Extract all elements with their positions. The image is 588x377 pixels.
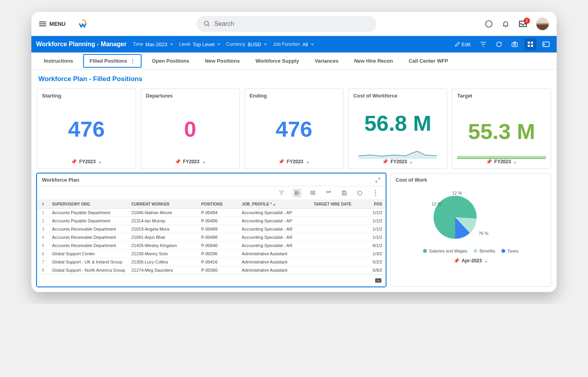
tab-new-positions[interactable]: New Positions <box>197 53 248 69</box>
table-row[interactable]: 8Global Support - North America Group212… <box>37 266 385 274</box>
camera-icon[interactable] <box>509 38 521 50</box>
expand-icon[interactable] <box>375 177 381 183</box>
redo-icon[interactable] <box>356 189 364 197</box>
funnel-icon[interactable] <box>277 189 286 197</box>
avatar[interactable] <box>536 18 549 30</box>
kpi-footer[interactable]: 📌FY2023⌄ <box>42 159 131 164</box>
legend-item[interactable]: Salaries and Wages <box>423 249 467 253</box>
table-row[interactable]: 2Accounts Payable Department21314-Ian Mu… <box>37 217 385 225</box>
grid-view-icon[interactable] <box>524 38 536 50</box>
tab-filled-positions[interactable]: Filled Positions⋮ <box>83 54 142 68</box>
col-header[interactable]: POS <box>355 200 385 209</box>
col-header[interactable]: CURRENT WORKER <box>128 200 198 209</box>
kpi-footer[interactable]: 📌FY2023⌄ <box>250 159 339 164</box>
save-icon[interactable] <box>340 189 348 197</box>
inbox-icon[interactable]: 1 <box>518 20 528 28</box>
kpi-title: Starting <box>42 93 131 99</box>
search-placeholder: Search <box>214 20 234 27</box>
clear-icon[interactable] <box>324 189 333 197</box>
legend-item[interactable]: Benefits <box>474 249 495 253</box>
tab-workforce-supply[interactable]: Workforce Supply <box>248 53 307 69</box>
column-icon[interactable] <box>293 189 301 197</box>
col-header[interactable]: POSITIONS <box>198 200 239 209</box>
tab-bar: InstructionsFilled Positions⋮Open Positi… <box>31 52 557 70</box>
kpi-card-starting: Starting476📌FY2023⌄ <box>37 88 136 169</box>
search-input[interactable]: Search <box>196 16 377 32</box>
chevron-down-icon: ⌄ <box>202 159 206 164</box>
app-window: MENU Search 1 Workforce Planning - Manag… <box>31 12 557 292</box>
grid-status-badge: ▭ <box>375 278 381 283</box>
edit-label: Edit <box>462 41 470 47</box>
filter-bar: Workforce Planning - Manager TimeMar-202… <box>31 36 557 52</box>
hamburger-icon <box>39 22 46 26</box>
edit-button[interactable]: Edit <box>452 40 474 49</box>
data-grid[interactable]: #SUPERVISORY ORGCURRENT WORKERPOSITIONSJ… <box>37 200 385 274</box>
chevron-down-icon <box>217 42 221 46</box>
svg-point-2 <box>486 20 492 27</box>
table-row[interactable]: 6Global Support Center21230-Manny SotoP-… <box>37 250 385 258</box>
chat-icon[interactable] <box>485 20 493 28</box>
svg-rect-14 <box>311 193 315 195</box>
col-header[interactable]: JOB_PROFILE *▴ <box>239 200 310 209</box>
kpi-footer[interactable]: 📌FY2023⌄ <box>457 159 546 164</box>
table-row[interactable]: 4Accounts Receivable Department21041-Arj… <box>37 233 385 242</box>
kpi-value: 56.8 M <box>353 99 442 147</box>
filter-currency[interactable]: Currency$USD <box>226 41 267 47</box>
filter-job-function[interactable]: Job FunctionAll <box>273 41 314 47</box>
filter-level[interactable]: LevelTop Level <box>179 41 221 47</box>
kpi-footer[interactable]: 📌FY2023⌄ <box>146 159 235 164</box>
search-icon <box>203 20 211 27</box>
tab-variances[interactable]: Variances <box>307 53 347 69</box>
cow-footer[interactable]: 📌 Apr-2023 ⌄ <box>454 258 488 263</box>
pie-chart: 76 %12 %12 % Salaries and WagesBenefitsT… <box>391 186 551 267</box>
table-row[interactable]: 7Global Support - UK & Ireland Group2130… <box>37 258 385 266</box>
svg-rect-5 <box>528 41 530 43</box>
tab-open-positions[interactable]: Open Positions <box>144 53 197 69</box>
kpi-card-target: Target55.3 M📌FY2023⌄ <box>452 88 551 169</box>
grid-toolbar <box>37 186 385 200</box>
more-icon[interactable] <box>371 189 380 197</box>
pin-icon: 📌 <box>175 159 181 164</box>
svg-point-10 <box>544 44 545 45</box>
col-header[interactable]: SUPERVISORY ORG <box>49 200 128 209</box>
legend-item[interactable]: Taxes <box>501 249 519 253</box>
svg-point-16 <box>375 190 376 191</box>
menu-button[interactable]: MENU <box>39 21 65 27</box>
svg-point-0 <box>204 21 209 25</box>
filter-time[interactable]: TimeMar-2023 <box>133 41 174 47</box>
tab-more-icon[interactable]: ⋮ <box>130 58 135 64</box>
filter-icon[interactable] <box>477 38 489 50</box>
kpi-title: Departures <box>146 93 235 99</box>
grid-footer: ▭ <box>37 274 385 286</box>
kpi-footer[interactable]: 📌FY2023⌄ <box>353 159 442 164</box>
col-header[interactable]: TARGET HIRE DATE <box>310 200 354 209</box>
col-header[interactable]: # <box>37 200 49 209</box>
topbar: MENU Search 1 <box>31 12 557 36</box>
kpi-title: Ending <box>250 93 339 99</box>
pie-label: 12 % <box>452 191 462 195</box>
cow-footer-label: Apr-2023 <box>462 258 482 263</box>
chevron-down-icon: ⌄ <box>306 159 310 164</box>
tab-new-hire-recon[interactable]: New Hire Recon <box>346 53 401 69</box>
tab-instructions[interactable]: Instructions <box>36 53 81 69</box>
content-area: Workforce Plan - Filled Positions Starti… <box>31 70 557 292</box>
svg-point-4 <box>514 44 516 46</box>
table-row[interactable]: 5Accounts Receivable Department21425-Wes… <box>37 242 385 250</box>
refresh-icon[interactable] <box>493 38 505 50</box>
sparkline <box>353 147 442 159</box>
table-row[interactable]: 3Accounts Receivable Department21019-Ang… <box>37 225 385 233</box>
tab-call-center-wfp[interactable]: Call Center WFP <box>401 53 456 69</box>
notifications-icon[interactable] <box>502 20 510 28</box>
pin-icon: 📌 <box>71 159 77 164</box>
logo[interactable] <box>77 18 88 29</box>
grid-title: Workforce Plan <box>42 177 79 183</box>
svg-rect-6 <box>531 41 533 43</box>
presentation-icon[interactable] <box>540 38 552 50</box>
pin-icon: 📌 <box>486 159 492 164</box>
page-title: Workforce Planning - Manager <box>36 41 127 48</box>
rows-icon[interactable] <box>309 189 317 197</box>
legend-dot <box>501 249 505 253</box>
svg-point-18 <box>375 195 376 196</box>
kpi-value: 476 <box>250 99 339 159</box>
table-row[interactable]: 1Accounts Payable Department21045-Nathan… <box>37 209 385 217</box>
